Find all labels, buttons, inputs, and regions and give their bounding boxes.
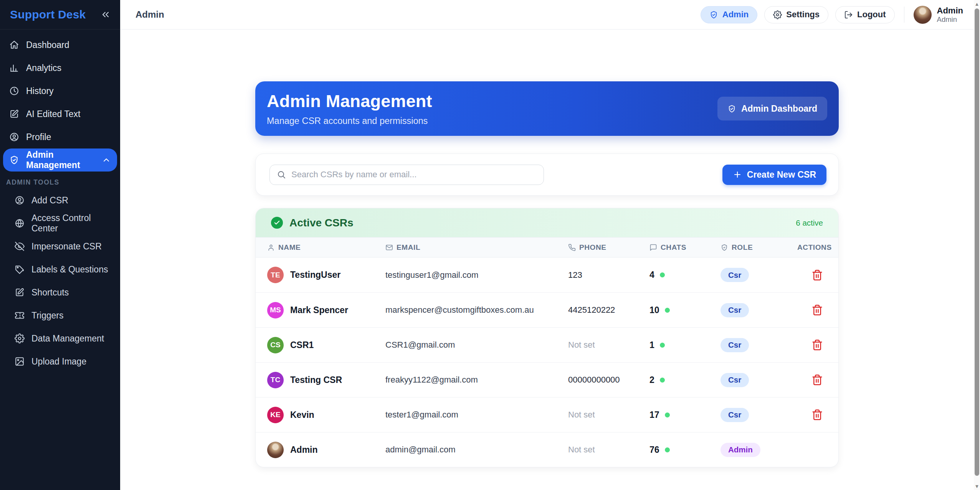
vertical-scrollbar[interactable]: ▲ ▼: [974, 0, 980, 490]
ticket-icon: [15, 310, 25, 320]
table-body: TETestingUsertestinguser1@gmail.com1234C…: [256, 257, 838, 467]
delete-csr-button[interactable]: [810, 303, 825, 317]
sidebar-item-label: Admin Management: [26, 150, 88, 170]
logout-button-label: Logout: [857, 10, 886, 20]
csr-email: admin@gmail.com: [385, 445, 568, 455]
csr-name: TestingUser: [290, 270, 340, 280]
user-circle-icon: [9, 132, 19, 142]
settings-button[interactable]: Settings: [764, 6, 828, 23]
sidebar-tool-label: Add CSR: [31, 195, 68, 206]
csr-row-testinguser: TETestingUsertestinguser1@gmail.com1234C…: [256, 257, 838, 292]
search-input[interactable]: [291, 170, 537, 180]
scrollbar-thumb[interactable]: [975, 8, 979, 476]
csr-chats: 76: [649, 445, 721, 455]
sidebar-item-admin-management[interactable]: Admin Management: [3, 148, 117, 172]
chevron-up-icon: [102, 155, 111, 165]
csr-email: CSR1@gmail.com: [385, 340, 568, 350]
avatar: TC: [267, 372, 284, 388]
sidebar-tool-labels-questions[interactable]: Labels & Questions: [3, 258, 117, 281]
scrollbar-down-arrow[interactable]: ▼: [974, 483, 980, 489]
admin-dashboard-button-label: Admin Dashboard: [741, 104, 817, 114]
scrollbar-up-arrow[interactable]: ▲: [974, 1, 980, 7]
plus-icon: [733, 170, 742, 179]
user-avatar: [914, 6, 932, 24]
sidebar-tool-data-management[interactable]: Data Management: [3, 327, 117, 350]
csr-email: tester1@gmail.com: [385, 410, 568, 420]
sidebar-item-label: Analytics: [26, 63, 61, 73]
delete-csr-button[interactable]: [810, 373, 825, 387]
trash-icon: [811, 374, 823, 386]
delete-csr-button[interactable]: [810, 408, 825, 422]
user-role: Admin: [937, 15, 963, 23]
sidebar-tool-impersonate-csr[interactable]: Impersonate CSR: [3, 235, 117, 258]
table-column-header: NAMEEMAILPHONECHATSROLEACTIONS: [256, 237, 838, 257]
sidebar-item-label: AI Edited Text: [26, 109, 81, 119]
role-badge: Csr: [721, 303, 749, 317]
csr-row-mark-spencer: MSMark Spencermarkspencer@customgiftboxe…: [256, 292, 838, 327]
admin-badge[interactable]: Admin: [701, 6, 757, 23]
csr-phone: 00000000000: [568, 375, 649, 385]
edit-icon: [15, 287, 25, 297]
role-badge: Csr: [721, 268, 749, 282]
online-status-dot: [660, 272, 665, 277]
column-header-email: EMAIL: [385, 243, 568, 252]
sidebar-item-ai-edited-text[interactable]: AI Edited Text: [3, 102, 117, 125]
active-csrs-header: Active CSRs 6 active: [256, 208, 838, 237]
sidebar-item-history[interactable]: History: [3, 79, 117, 102]
sidebar-tool-add-csr[interactable]: Add CSR: [3, 189, 117, 212]
sidebar: Support Desk DashboardAnalyticsHistoryAI…: [0, 0, 120, 490]
delete-csr-button[interactable]: [810, 268, 825, 282]
csr-row-kevin: KEKevintester1@gmail.comNot set17Csr: [256, 397, 838, 432]
shield-check-icon: [727, 104, 736, 113]
sidebar-tool-triggers[interactable]: Triggers: [3, 304, 117, 327]
role-badge: Csr: [721, 373, 749, 387]
active-csrs-title: Active CSRs: [289, 217, 354, 229]
sidebar-collapse-icon[interactable]: [100, 9, 111, 20]
delete-csr-button[interactable]: [810, 338, 825, 352]
sidebar-item-profile[interactable]: Profile: [3, 125, 117, 148]
user-menu[interactable]: Admin Admin: [914, 6, 963, 24]
csr-chats: 17: [649, 410, 721, 420]
sidebar-item-analytics[interactable]: Analytics: [3, 56, 117, 79]
edit-icon: [9, 109, 19, 119]
csr-name: Mark Spencer: [290, 305, 348, 315]
create-new-csr-button[interactable]: Create New CSR: [722, 165, 826, 185]
csr-row-testing-csr: TCTesting CSRfreakyy1122@gmail.com000000…: [256, 362, 838, 397]
sidebar-tool-label: Upload Image: [31, 356, 86, 367]
logout-icon: [844, 10, 853, 19]
sidebar-tool-shortcuts[interactable]: Shortcuts: [3, 281, 117, 304]
topbar: Admin Admin Settings Logout Admin Admin: [120, 0, 974, 30]
chats-count: 1: [649, 340, 654, 350]
sidebar-tool-upload-image[interactable]: Upload Image: [3, 350, 117, 373]
csr-name: Admin: [290, 445, 318, 455]
avatar: CS: [267, 337, 284, 353]
user-circle-icon: [15, 195, 25, 205]
sidebar-tool-label: Shortcuts: [31, 287, 69, 298]
page-title: Admin: [136, 9, 164, 20]
shield-check-icon: [709, 10, 718, 19]
chats-count: 10: [649, 305, 659, 315]
main-content: Admin Management Manage CSR accounts and…: [120, 30, 974, 490]
sidebar-item-label: Dashboard: [26, 40, 69, 50]
sidebar-tool-label: Triggers: [31, 310, 64, 321]
online-status-dot: [660, 378, 665, 383]
sidebar-item-dashboard[interactable]: Dashboard: [3, 33, 117, 56]
banner-title: Admin Management: [267, 91, 432, 111]
csr-name: Kevin: [290, 410, 314, 420]
search-card: Create New CSR: [255, 153, 839, 196]
csr-name: CSR1: [290, 340, 314, 350]
admin-badge-label: Admin: [722, 10, 749, 20]
csr-phone: 4425120222: [568, 305, 649, 315]
banner-subtitle: Manage CSR accounts and permissions: [267, 116, 432, 126]
role-badge: Csr: [721, 408, 749, 422]
sidebar-tool-access-control-center[interactable]: Access Control Center: [3, 212, 117, 235]
column-header-label: ROLE: [732, 243, 753, 252]
logout-button[interactable]: Logout: [835, 6, 895, 23]
phone-icon: [568, 244, 576, 251]
csr-chats: 10: [649, 305, 721, 315]
online-status-dot: [665, 308, 670, 313]
sidebar-item-label: History: [26, 86, 54, 96]
eye-off-icon: [15, 241, 25, 251]
admin-dashboard-button[interactable]: Admin Dashboard: [717, 97, 827, 120]
csr-phone: Not set: [568, 445, 649, 455]
